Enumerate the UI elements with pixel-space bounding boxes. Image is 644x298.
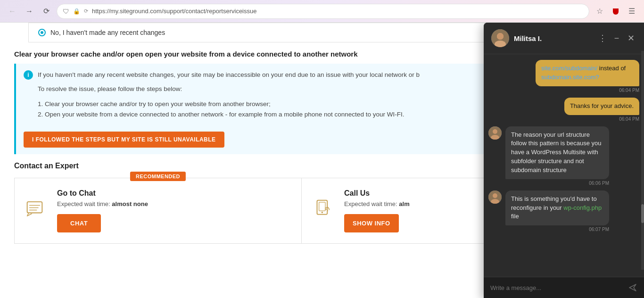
refresh-small-icon: ⟳ [84,8,88,14]
wp-config-link[interactable]: wp-config.php [563,204,602,211]
forward-button[interactable]: → [23,5,36,18]
chat-wait-time: Expected wait time: almost none [57,200,148,207]
pocket-button[interactable] [609,5,622,18]
chat-input-area [484,277,644,298]
message-2-bubble: Thanks for your advice. [564,98,639,115]
chat-more-button[interactable]: ⋮ [597,33,608,44]
message-1-time: 06:04 PM [536,88,639,93]
call-wait-time: Expected wait time: alm [344,200,410,207]
chat-button[interactable]: CHAT [57,214,101,232]
agent-avatar [491,29,509,47]
message-3-row: The reason your url structure follow thi… [488,126,639,186]
svg-rect-5 [319,202,325,211]
message-2-row: Thanks for your advice. 06:04 PM [488,98,639,122]
recommended-badge: RECOMMENDED [130,172,186,181]
bookmark-button[interactable]: ☆ [593,5,606,18]
message-3-avatar [488,126,502,140]
refresh-button[interactable]: ⟳ [40,5,53,18]
chat-minimize-button[interactable]: − [611,33,622,44]
msg1-link1[interactable]: site.com/subdomain/ [541,65,597,72]
message-4-bubble: This is something you'd have to reconfig… [505,190,609,226]
page-content: No, I haven't made any recent changes Cl… [0,23,644,298]
browser-chrome: ← → ⟳ 🛡 🔒 ⟳ https://my.siteground.com/su… [0,0,644,23]
radio-selected-icon [38,29,46,36]
show-info-button[interactable]: SHOW INFO [344,214,399,232]
msg1-link2[interactable]: subdomain.site.com? [541,74,599,81]
url-display[interactable]: https://my.siteground.com/support/contac… [92,8,583,15]
browser-action-area: ☆ ☰ [593,5,638,18]
shield-icon: 🛡 [63,8,69,15]
chat-messages: site.com/subdomain/ instead of subdomain… [484,54,644,277]
message-3-bubble: The reason your url structure follow thi… [505,126,609,179]
chat-message-input[interactable] [490,284,623,291]
message-3-wrapper: The reason your url structure follow thi… [505,126,609,186]
radio-label: No, I haven't made any recent changes [50,29,165,36]
info-text: If you haven't made any recent website c… [38,70,420,80]
info-icon: i [24,70,33,80]
back-button[interactable]: ← [6,5,19,18]
phone-icon [311,197,335,225]
message-1-row: site.com/subdomain/ instead of subdomain… [488,60,639,93]
chat-header-actions: ⋮ − ✕ [597,33,636,44]
chat-scrollbar-thumb[interactable] [641,204,644,223]
message-4-row: This is something you'd have to reconfig… [488,190,639,232]
menu-button[interactable]: ☰ [625,5,638,18]
chat-close-button[interactable]: ✕ [625,33,636,44]
chat-scrollbar-track [641,51,644,270]
message-4-time: 06:07 PM [505,227,609,232]
call-card-body: Call Us Expected wait time: alm SHOW INF… [344,189,410,232]
message-1-bubble: site.com/subdomain/ instead of subdomain… [536,60,639,86]
message-1-wrapper: site.com/subdomain/ instead of subdomain… [536,60,639,93]
message-2-wrapper: Thanks for your advice. 06:04 PM [564,98,639,122]
lock-icon: 🔒 [73,8,80,15]
address-bar: 🛡 🔒 ⟳ https://my.siteground.com/support/… [57,4,589,19]
message-3-time: 06:06 PM [505,181,609,186]
svg-point-6 [322,212,323,213]
call-card-title: Call Us [344,189,410,198]
chat-send-button[interactable] [628,283,637,292]
message-4-wrapper: This is something you'd have to reconfig… [505,190,609,232]
followed-steps-button[interactable]: I FOLLOWED THE STEPS BUT MY SITE IS STIL… [24,132,224,148]
chat-card: RECOMMENDED Go to Chat [14,178,302,244]
svg-point-10 [497,33,504,40]
svg-point-12 [493,129,497,134]
chat-card-body: Go to Chat Expected wait time: almost no… [57,189,148,232]
chat-widget: Militsa I. ⋮ − ✕ site.com/subdomain/ ins… [484,23,644,298]
svg-point-15 [493,193,497,198]
agent-name: Militsa I. [514,34,592,42]
chat-card-title: Go to Chat [57,189,148,198]
chat-header: Militsa I. ⋮ − ✕ [484,23,644,54]
message-2-time: 06:04 PM [564,116,639,122]
chat-icon [24,197,48,225]
message-4-avatar [488,190,502,204]
